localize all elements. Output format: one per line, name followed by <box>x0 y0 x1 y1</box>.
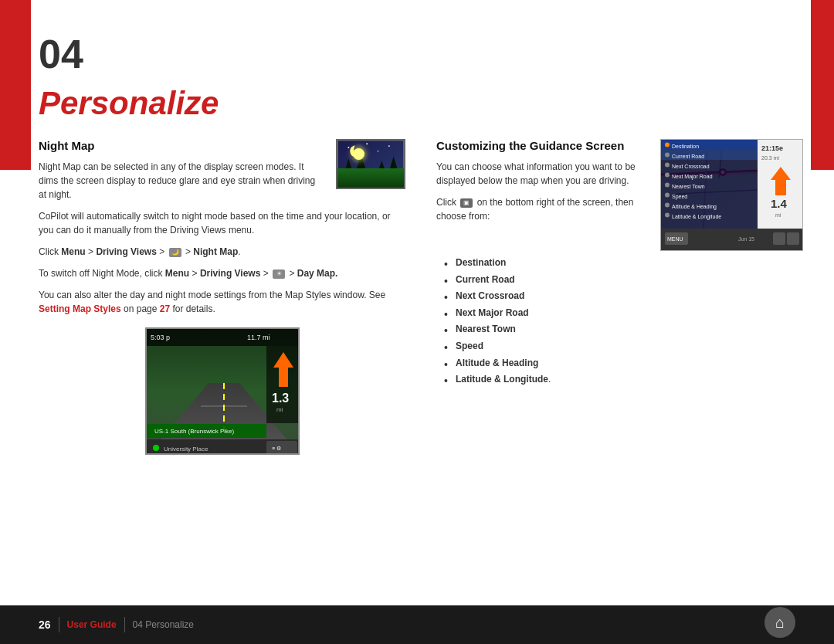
bullet-next-major-road: Next Major Road <box>444 305 803 322</box>
night-map-para3: You can also alter the day and night mod… <box>39 288 405 316</box>
svg-text:5:03 p: 5:03 p <box>151 334 170 341</box>
svg-text:1.3: 1.3 <box>272 391 289 405</box>
day-mode-icon: ☀ <box>273 269 285 279</box>
menu-label-2: Menu <box>165 268 189 279</box>
svg-text:University Place: University Place <box>164 446 208 452</box>
bullet-speed: Speed <box>444 338 803 355</box>
svg-rect-7 <box>337 171 404 188</box>
svg-point-4 <box>378 151 379 152</box>
latitude-longitude-label: Latitude & Longitude <box>456 374 548 385</box>
home-button[interactable]: ⌂ <box>764 607 795 638</box>
driving-views-label-1: Driving Views <box>96 246 156 257</box>
svg-rect-75 <box>787 232 799 245</box>
svg-point-53 <box>665 163 670 168</box>
next-crossroad-label: Next Crossroad <box>456 290 524 301</box>
svg-point-2 <box>366 143 368 144</box>
guidance-intro-area: 21:15e 20.3 mi 1.4 mi Destination Curren <box>436 139 803 255</box>
svg-point-27 <box>153 445 159 451</box>
driving-view-svg: 5:03 p 11.7 mi 1.3 mi US-1 South (Brunsw… <box>147 329 300 455</box>
left-column: Night Map Night Map can be selected in a… <box>39 139 405 598</box>
night-map-thumbnail <box>336 139 405 189</box>
menu-label-1: Menu <box>61 246 85 257</box>
page-ref: 27 <box>160 303 170 314</box>
svg-text:Next Major Road: Next Major Road <box>672 174 713 180</box>
svg-text:1.4: 1.4 <box>771 197 788 210</box>
svg-point-47 <box>665 143 670 147</box>
night-map-instruction2: To switch off Night Mode, click Menu > D… <box>39 266 405 280</box>
guidance-bullet-list: Destination Current Road Next Crossroad … <box>444 255 803 388</box>
svg-text:11.7 mi: 11.7 mi <box>247 334 270 341</box>
svg-text:21:15e: 21:15e <box>761 144 783 152</box>
svg-text:mi: mi <box>276 406 283 413</box>
svg-point-65 <box>665 203 670 208</box>
home-icon: ⌂ <box>775 614 785 632</box>
driving-screenshot: 5:03 p 11.7 mi 1.3 mi US-1 South (Brunsw… <box>145 327 300 455</box>
footer: 26 User Guide 04 Personalize ⌂ <box>0 605 834 644</box>
nearest-town-label: Nearest Town <box>456 324 516 334</box>
guidance-icon: ▣ <box>460 198 473 208</box>
driving-views-label-2: Driving Views <box>200 268 260 279</box>
svg-text:Destination: Destination <box>672 144 699 149</box>
svg-rect-29 <box>266 441 297 455</box>
svg-point-6 <box>354 144 364 154</box>
night-mode-icon: 🌙 <box>169 248 181 257</box>
left-bar-top-accent <box>0 0 31 170</box>
guidance-screenshot: 21:15e 20.3 mi 1.4 mi Destination Curren <box>660 139 803 251</box>
footer-page-number: 26 <box>39 619 51 631</box>
bullet-next-crossroad: Next Crossroad <box>444 288 803 305</box>
altitude-heading-label: Altitude & Heading <box>456 358 538 368</box>
night-map-intro: Night Map Night Map can be selected in a… <box>39 139 405 209</box>
svg-rect-74 <box>773 232 785 245</box>
bullet-latitude-longitude: Latitude & Longitude. <box>444 371 803 388</box>
svg-point-50 <box>665 153 670 158</box>
day-map-label: Day Map. <box>297 268 338 279</box>
chapter-number: 04 <box>39 31 83 77</box>
svg-point-56 <box>665 173 670 178</box>
content-area: Night Map Night Map can be selected in a… <box>39 139 803 598</box>
night-scene-svg <box>337 139 404 189</box>
night-map-image <box>336 139 405 189</box>
svg-text:US-1 South (Brunswick Pike): US-1 South (Brunswick Pike) <box>154 428 234 435</box>
svg-text:Next Crossroad: Next Crossroad <box>672 164 710 169</box>
bullet-altitude-heading: Altitude & Heading <box>444 355 803 372</box>
speed-label: Speed <box>456 341 483 351</box>
svg-text:20.3 mi: 20.3 mi <box>761 155 779 161</box>
svg-text:MENU: MENU <box>667 236 683 242</box>
night-map-para2: CoPilot will automatically switch to nig… <box>39 209 405 237</box>
page-title: Personalize <box>39 85 219 122</box>
guidance-svg: 21:15e 20.3 mi 1.4 mi Destination Curren <box>661 140 803 251</box>
svg-text:Jun 15: Jun 15 <box>738 236 754 242</box>
driving-screenshot-container: 5:03 p 11.7 mi 1.3 mi US-1 South (Brunsw… <box>39 327 405 455</box>
svg-point-59 <box>665 183 670 188</box>
footer-divider <box>59 617 59 632</box>
footer-divider-2 <box>124 617 125 632</box>
svg-text:Altitude & Heading: Altitude & Heading <box>672 204 717 210</box>
footer-section: 04 Personalize <box>133 619 194 630</box>
bullet-destination: Destination <box>444 255 803 272</box>
right-column: 21:15e 20.3 mi 1.4 mi Destination Curren <box>436 139 803 598</box>
bullet-nearest-town: Nearest Town <box>444 321 803 338</box>
night-map-instruction1: Click Menu > Driving Views > 🌙 > Night M… <box>39 245 405 259</box>
svg-text:≡ ⚙: ≡ ⚙ <box>272 446 281 451</box>
svg-point-1 <box>348 147 349 148</box>
current-road-label: Current Road <box>456 274 515 285</box>
svg-point-62 <box>665 193 670 198</box>
svg-text:Current Road: Current Road <box>672 154 704 159</box>
night-map-label: Night Map <box>193 246 238 257</box>
next-major-road-label: Next Major Road <box>456 307 529 318</box>
svg-text:mi: mi <box>775 212 781 218</box>
map-styles-link[interactable]: Setting Map Styles <box>39 303 121 314</box>
footer-label: User Guide <box>67 619 117 630</box>
svg-point-68 <box>665 213 670 218</box>
svg-text:Speed: Speed <box>672 194 687 200</box>
right-bar-top-accent <box>811 0 834 170</box>
svg-point-3 <box>388 145 390 147</box>
destination-label: Destination <box>456 257 506 268</box>
bullet-current-road: Current Road <box>444 272 803 289</box>
svg-text:Nearest Town: Nearest Town <box>672 184 705 189</box>
svg-text:Latitude & Longitude: Latitude & Longitude <box>672 214 721 220</box>
